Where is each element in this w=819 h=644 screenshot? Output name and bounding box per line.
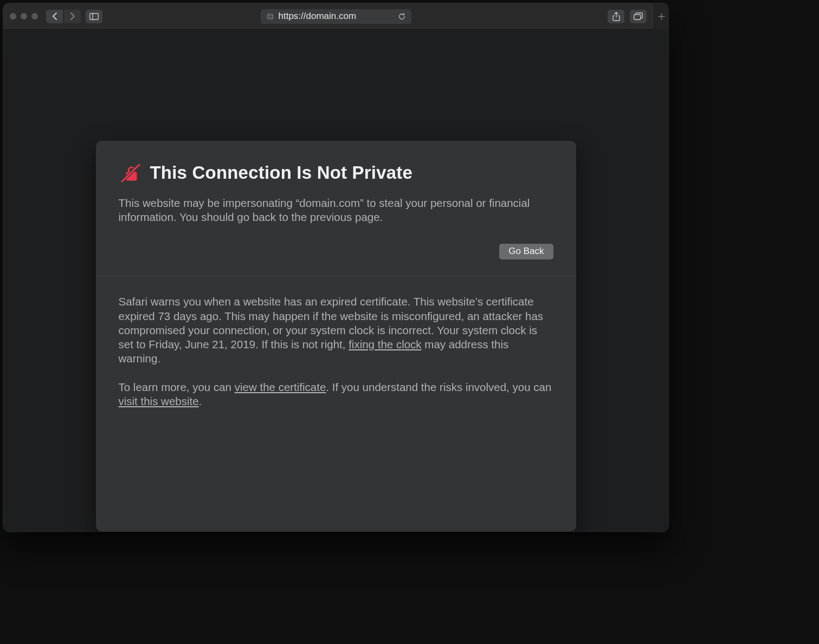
- browser-window: This Connection Is Not Private This webs…: [3, 3, 669, 532]
- new-tab-button[interactable]: [654, 3, 668, 30]
- details-text: . If you understand the risks involved, …: [326, 381, 551, 393]
- page-content: This Connection Is Not Private This webs…: [3, 30, 668, 531]
- warning-description: This website may be impersonating “domai…: [119, 196, 553, 224]
- warning-details-paragraph-1: Safari warns you when a website has an e…: [119, 295, 553, 366]
- sidebar-icon: [89, 13, 99, 20]
- nav-buttons: [46, 10, 81, 23]
- warning-details: Safari warns you when a website has an e…: [96, 276, 576, 430]
- go-back-button[interactable]: Go Back: [499, 244, 553, 259]
- plus-icon: [658, 13, 665, 20]
- view-certificate-link[interactable]: view the certificate: [235, 381, 326, 393]
- visit-website-link[interactable]: visit this website: [119, 395, 199, 407]
- fix-clock-link[interactable]: fixing the clock: [349, 338, 421, 350]
- window-controls: [10, 13, 38, 19]
- minimize-window-button[interactable]: [21, 13, 27, 19]
- site-security-icon: [266, 12, 274, 21]
- show-tabs-button[interactable]: [630, 10, 647, 23]
- details-text: To learn more, you can: [119, 381, 235, 393]
- url-input[interactable]: [279, 11, 394, 22]
- toolbar-right: [608, 3, 662, 30]
- forward-button[interactable]: [64, 10, 81, 23]
- insecure-lock-icon: [119, 162, 140, 183]
- sidebar-button[interactable]: [86, 10, 102, 23]
- svg-rect-0: [90, 13, 99, 19]
- back-button[interactable]: [46, 10, 63, 23]
- close-window-button[interactable]: [10, 13, 16, 19]
- warning-title-row: This Connection Is Not Private: [119, 162, 553, 183]
- warning-card: This Connection Is Not Private This webs…: [96, 141, 576, 531]
- warning-title: This Connection Is Not Private: [150, 162, 413, 183]
- chevron-right-icon: [70, 12, 75, 20]
- warning-card-top: This Connection Is Not Private This webs…: [96, 141, 576, 276]
- tabs-icon: [634, 12, 643, 20]
- details-text: .: [199, 395, 202, 407]
- warning-details-paragraph-2: To learn more, you can view the certific…: [119, 380, 553, 408]
- share-icon: [612, 12, 620, 21]
- reload-button[interactable]: [398, 12, 406, 21]
- toolbar: [3, 3, 668, 30]
- share-button[interactable]: [608, 10, 624, 23]
- reload-icon: [398, 12, 406, 21]
- address-bar[interactable]: [261, 9, 411, 24]
- chevron-left-icon: [52, 12, 57, 20]
- svg-rect-3: [634, 15, 641, 20]
- zoom-window-button[interactable]: [31, 13, 38, 19]
